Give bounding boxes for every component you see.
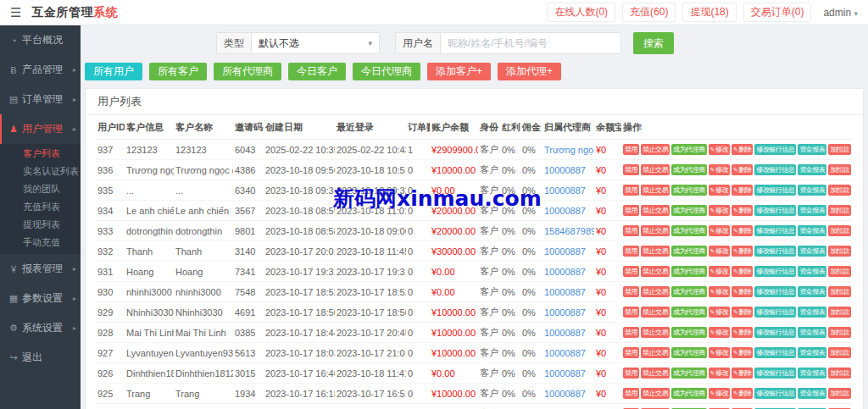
action-button[interactable]: 今日代理商 bbox=[353, 63, 420, 80]
forbid-trade-button[interactable]: 禁止交易 bbox=[641, 327, 670, 338]
add-deduct-button[interactable]: 加扣款 bbox=[828, 266, 851, 277]
header-stat[interactable]: 在线人数(0) bbox=[547, 3, 615, 22]
make-agent-button[interactable]: 成为代理商 bbox=[671, 368, 707, 379]
header-stat[interactable]: 提现(18) bbox=[682, 3, 736, 22]
sidebar-item-products[interactable]: Ƀ产品管理▸ bbox=[0, 55, 81, 85]
sidebar-subitem[interactable]: 客户列表 bbox=[0, 145, 81, 163]
type-select[interactable]: 默认不选 ▾ bbox=[252, 33, 379, 53]
edit-button[interactable]: ✎修改 bbox=[709, 368, 730, 379]
edit-bank-button[interactable]: 修改银行信息 bbox=[754, 225, 796, 236]
sidebar-subitem[interactable]: 我的团队 bbox=[0, 180, 81, 198]
sidebar-item-system[interactable]: ⚙系统设置▸ bbox=[0, 313, 81, 343]
fund-report-button[interactable]: 资金报表 bbox=[798, 164, 826, 175]
edit-bank-button[interactable]: 修改银行信息 bbox=[754, 368, 796, 379]
delete-button[interactable]: ✎删除 bbox=[732, 327, 753, 338]
forbid-trade-button[interactable]: 禁止交易 bbox=[641, 225, 670, 236]
search-button[interactable]: 搜索 bbox=[633, 32, 674, 54]
fund-report-button[interactable]: 资金报表 bbox=[798, 347, 826, 358]
forbid-trade-button[interactable]: 禁止交易 bbox=[641, 307, 670, 318]
forbid-trade-button[interactable]: 禁止交易 bbox=[641, 164, 670, 175]
add-deduct-button[interactable]: 加扣款 bbox=[828, 347, 851, 358]
admin-menu[interactable]: admin ▾ bbox=[823, 7, 858, 19]
delete-button[interactable]: ✎删除 bbox=[732, 205, 753, 216]
disable-button[interactable]: 禁用 bbox=[623, 347, 639, 358]
disable-button[interactable]: 禁用 bbox=[623, 286, 639, 297]
forbid-trade-button[interactable]: 禁止交易 bbox=[641, 347, 670, 358]
delete-button[interactable]: ✎删除 bbox=[732, 388, 753, 399]
edit-button[interactable]: ✎修改 bbox=[709, 185, 730, 196]
add-deduct-button[interactable]: 加扣款 bbox=[828, 286, 851, 297]
sidebar-item-logout[interactable]: ↪退出 bbox=[0, 343, 81, 373]
edit-button[interactable]: ✎修改 bbox=[709, 307, 730, 318]
add-deduct-button[interactable]: 加扣款 bbox=[828, 164, 851, 175]
sidebar-item-params[interactable]: ▦参数设置▸ bbox=[0, 284, 81, 313]
forbid-trade-button[interactable]: 禁止交易 bbox=[641, 246, 670, 257]
add-deduct-button[interactable]: 加扣款 bbox=[828, 368, 851, 379]
action-button[interactable]: 添加代理+ bbox=[498, 63, 561, 80]
disable-button[interactable]: 禁用 bbox=[623, 368, 639, 379]
fund-report-button[interactable]: 资金报表 bbox=[798, 368, 826, 379]
edit-button[interactable]: ✎修改 bbox=[709, 246, 730, 257]
action-button[interactable]: 添加客户+ bbox=[427, 63, 491, 80]
edit-button[interactable]: ✎修改 bbox=[709, 144, 730, 155]
sidebar-item-dashboard[interactable]: ◔平台概况 bbox=[0, 25, 81, 55]
add-deduct-button[interactable]: 加扣款 bbox=[828, 246, 851, 257]
disable-button[interactable]: 禁用 bbox=[623, 225, 639, 236]
disable-button[interactable]: 禁用 bbox=[623, 246, 639, 257]
delete-button[interactable]: ✎删除 bbox=[732, 225, 753, 236]
edit-bank-button[interactable]: 修改银行信息 bbox=[754, 246, 796, 257]
fund-report-button[interactable]: 资金报表 bbox=[798, 225, 826, 236]
forbid-trade-button[interactable]: 禁止交易 bbox=[641, 144, 670, 155]
fund-report-button[interactable]: 资金报表 bbox=[798, 388, 826, 399]
sidebar-item-orders[interactable]: ▤订单管理▸ bbox=[0, 85, 81, 114]
fund-report-button[interactable]: 资金报表 bbox=[798, 307, 826, 318]
delete-button[interactable]: ✎删除 bbox=[732, 185, 753, 196]
delete-button[interactable]: ✎删除 bbox=[732, 246, 753, 257]
delete-button[interactable]: ✎删除 bbox=[732, 144, 753, 155]
delete-button[interactable]: ✎删除 bbox=[732, 307, 753, 318]
header-stat[interactable]: 交易订单(0) bbox=[743, 3, 812, 22]
make-agent-button[interactable]: 成为代理商 bbox=[671, 327, 707, 338]
fund-report-button[interactable]: 资金报表 bbox=[798, 185, 826, 196]
disable-button[interactable]: 禁用 bbox=[623, 307, 639, 318]
make-agent-button[interactable]: 成为代理商 bbox=[671, 225, 707, 236]
disable-button[interactable]: 禁用 bbox=[623, 185, 639, 196]
forbid-trade-button[interactable]: 禁止交易 bbox=[641, 388, 670, 399]
disable-button[interactable]: 禁用 bbox=[623, 266, 639, 277]
fund-report-button[interactable]: 资金报表 bbox=[798, 205, 826, 216]
edit-bank-button[interactable]: 修改银行信息 bbox=[754, 144, 796, 155]
forbid-trade-button[interactable]: 禁止交易 bbox=[641, 286, 670, 297]
delete-button[interactable]: ✎删除 bbox=[732, 164, 753, 175]
disable-button[interactable]: 禁用 bbox=[623, 164, 639, 175]
add-deduct-button[interactable]: 加扣款 bbox=[828, 185, 851, 196]
action-button[interactable]: 所有代理商 bbox=[214, 63, 281, 80]
fund-report-button[interactable]: 资金报表 bbox=[798, 144, 826, 155]
header-stat[interactable]: 充值(60) bbox=[622, 3, 676, 22]
fund-report-button[interactable]: 资金报表 bbox=[798, 327, 826, 338]
action-button[interactable]: 所有客户 bbox=[149, 63, 207, 80]
hamburger-icon[interactable]: ☰ bbox=[10, 5, 21, 20]
make-agent-button[interactable]: 成为代理商 bbox=[671, 266, 707, 277]
sidebar-subitem[interactable]: 提现列表 bbox=[0, 216, 81, 234]
make-agent-button[interactable]: 成为代理商 bbox=[671, 185, 707, 196]
disable-button[interactable]: 禁用 bbox=[623, 144, 639, 155]
disable-button[interactable]: 禁用 bbox=[623, 327, 639, 338]
forbid-trade-button[interactable]: 禁止交易 bbox=[641, 205, 670, 216]
make-agent-button[interactable]: 成为代理商 bbox=[671, 286, 707, 297]
add-deduct-button[interactable]: 加扣款 bbox=[828, 388, 851, 399]
delete-button[interactable]: ✎删除 bbox=[732, 347, 753, 358]
edit-button[interactable]: ✎修改 bbox=[709, 205, 730, 216]
delete-button[interactable]: ✎删除 bbox=[732, 286, 753, 297]
disable-button[interactable]: 禁用 bbox=[623, 388, 639, 399]
edit-button[interactable]: ✎修改 bbox=[709, 225, 730, 236]
edit-button[interactable]: ✎修改 bbox=[709, 266, 730, 277]
make-agent-button[interactable]: 成为代理商 bbox=[671, 205, 707, 216]
edit-bank-button[interactable]: 修改银行信息 bbox=[754, 307, 796, 318]
delete-button[interactable]: ✎删除 bbox=[732, 368, 753, 379]
edit-bank-button[interactable]: 修改银行信息 bbox=[754, 347, 796, 358]
forbid-trade-button[interactable]: 禁止交易 bbox=[641, 368, 670, 379]
forbid-trade-button[interactable]: 禁止交易 bbox=[641, 266, 670, 277]
make-agent-button[interactable]: 成为代理商 bbox=[671, 246, 707, 257]
fund-report-button[interactable]: 资金报表 bbox=[798, 266, 826, 277]
sidebar-item-users[interactable]: ♟用户管理▸ bbox=[0, 114, 81, 144]
